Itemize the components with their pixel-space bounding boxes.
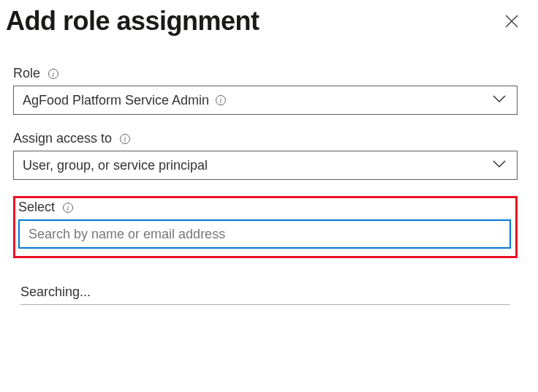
assign-label-row: Assign access to i	[13, 131, 518, 146]
svg-text:i: i	[220, 97, 222, 105]
info-icon[interactable]: i	[62, 202, 74, 214]
assign-access-field: Assign access to i User, group, or servi…	[13, 131, 518, 180]
svg-text:i: i	[124, 135, 126, 143]
svg-text:i: i	[67, 204, 69, 212]
select-label: Select	[18, 200, 55, 215]
role-dropdown-value: AgFood Platform Service Admin i	[23, 93, 227, 108]
assign-access-label: Assign access to	[13, 131, 112, 146]
role-dropdown[interactable]: AgFood Platform Service Admin i	[13, 86, 518, 115]
select-field-highlight: Select i	[13, 196, 518, 258]
chevron-down-icon	[492, 159, 507, 172]
svg-text:i: i	[53, 70, 55, 78]
info-icon[interactable]: i	[215, 94, 227, 106]
close-icon	[504, 14, 519, 29]
role-label: Role	[13, 66, 40, 81]
search-status-text: Searching...	[20, 284, 510, 305]
panel-title: Add role assignment	[6, 6, 259, 37]
chevron-down-icon	[492, 94, 507, 107]
role-value-text: AgFood Platform Service Admin	[23, 93, 209, 108]
search-results-area: Searching...	[20, 284, 510, 305]
role-field: Role i AgFood Platform Service Admin i	[13, 66, 518, 115]
assign-access-value: User, group, or service principal	[23, 158, 208, 173]
panel-header: Add role assignment	[6, 6, 525, 37]
select-search-input[interactable]	[18, 219, 511, 249]
info-icon[interactable]: i	[119, 133, 131, 145]
assign-access-dropdown[interactable]: User, group, or service principal	[13, 151, 518, 180]
select-label-row: Select i	[18, 200, 511, 215]
role-label-row: Role i	[13, 66, 518, 81]
close-button[interactable]	[499, 8, 525, 34]
info-icon[interactable]: i	[48, 68, 59, 80]
